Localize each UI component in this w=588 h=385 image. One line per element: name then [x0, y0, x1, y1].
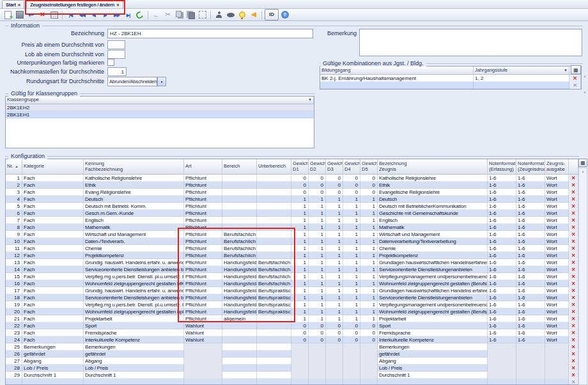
grid-cell[interactable]: gefährdet: [22, 350, 84, 358]
ellipse-icon[interactable]: [225, 10, 236, 20]
grid-cell[interactable]: [257, 350, 291, 358]
grid-cell[interactable]: 1-6: [488, 210, 516, 217]
grid-cell[interactable]: 28: [6, 365, 22, 372]
grid-cell[interactable]: Datenverarbeitung/Textverarbeitung: [378, 238, 488, 245]
grid-cell[interactable]: [257, 224, 291, 231]
grid-cell[interactable]: Wohnumfeld zielgruppengerecht gestalten …: [84, 308, 184, 315]
grid-cell[interactable]: 1: [326, 238, 343, 245]
grid-cell[interactable]: Wort: [545, 336, 569, 343]
grid-cell[interactable]: 29: [6, 372, 22, 379]
grid-cell[interactable]: [222, 210, 257, 217]
grid-cell[interactable]: Lob / Preis: [84, 365, 184, 372]
grid-cell[interactable]: [291, 365, 309, 372]
horn-icon[interactable]: [248, 10, 259, 20]
grid-cell[interactable]: 1: [309, 259, 326, 266]
grid-cell[interactable]: Fach: [22, 175, 84, 182]
grid-cell[interactable]: [6, 379, 22, 385]
grid-cell[interactable]: 1: [360, 259, 378, 266]
cut-icon[interactable]: ✂: [162, 10, 173, 20]
grid-cell[interactable]: 1: [343, 266, 360, 273]
grid-cell[interactable]: Pflichtunt: [184, 280, 222, 287]
grid-cell[interactable]: 0: [309, 182, 326, 189]
grid-cell[interactable]: [257, 365, 291, 372]
grid-cell[interactable]: Handlungsfeld: [222, 287, 257, 294]
grid-cell[interactable]: 1: [326, 217, 343, 224]
grid-cell[interactable]: 0: [360, 336, 378, 343]
column-header[interactable]: Kategorie: [22, 159, 84, 174]
column-header[interactable]: Notenformat (Zeugnisdruck): [516, 159, 545, 174]
lightbulb-icon[interactable]: [236, 10, 247, 20]
grid-cell[interactable]: Handlungsfeld: [222, 308, 257, 315]
grid-cell[interactable]: Fach: [22, 273, 84, 280]
save-icon[interactable]: [14, 10, 25, 20]
grid-cell[interactable]: Fach: [22, 315, 84, 322]
grid-cell[interactable]: Wort: [545, 231, 569, 238]
grid-cell[interactable]: 1: [309, 238, 326, 245]
grid-cell[interactable]: Wohnumfeld zielgruppengerecht gestalten …: [84, 280, 184, 287]
grid-cell[interactable]: Berufsfachlich: [257, 259, 291, 266]
grid-cell[interactable]: 0: [343, 329, 360, 336]
grid-cell[interactable]: Wohnumfeld zielgruppengerecht gestalten …: [378, 280, 488, 287]
delete-row-icon[interactable]: ✕: [569, 189, 578, 196]
grid-cell[interactable]: 1-6: [488, 322, 516, 329]
grid-cell[interactable]: [291, 343, 309, 350]
grid-cell[interactable]: 1: [309, 280, 326, 287]
grid-cell[interactable]: [222, 322, 257, 329]
grid-cell[interactable]: Grundlg. hauswirt. Handelns erfahr. u. a…: [84, 259, 184, 266]
grid-cell[interactable]: 0: [326, 329, 343, 336]
grid-cell[interactable]: 1-6: [516, 301, 545, 308]
grid-cell[interactable]: Chemie: [378, 245, 488, 252]
grid-cell[interactable]: [343, 358, 360, 365]
grid-cell[interactable]: 1: [326, 231, 343, 238]
grid-cell[interactable]: Fach: [22, 301, 84, 308]
grid-cell[interactable]: 1: [291, 196, 309, 203]
grid-cell[interactable]: Fach: [22, 203, 84, 210]
grid-cell[interactable]: 1-6: [488, 217, 516, 224]
grid-cell[interactable]: 1: [291, 259, 309, 266]
nav-next-fast-icon[interactable]: ▶▶: [111, 10, 122, 20]
grid-cell[interactable]: 9: [6, 231, 22, 238]
grid-cell[interactable]: 1: [326, 252, 343, 259]
grid-cell[interactable]: 27: [6, 358, 22, 365]
grid-cell[interactable]: Daten-/Textverarb.: [84, 238, 184, 245]
delete-row-icon[interactable]: ✕: [569, 217, 578, 224]
scroll-up-icon[interactable]: ▲: [583, 74, 587, 78]
grid-cell[interactable]: 1: [360, 252, 378, 259]
delete-row-icon[interactable]: ✕: [569, 252, 578, 259]
grid-cell[interactable]: Verpflegungsmanagement undpersonenbetreu…: [378, 301, 488, 308]
grid-cell[interactable]: [257, 189, 291, 196]
grid-cell[interactable]: 1-6: [488, 224, 516, 231]
column-header[interactable]: Nr.▲: [6, 159, 22, 174]
grid-cell[interactable]: [326, 372, 343, 379]
grid-cell[interactable]: [516, 365, 545, 372]
grid-cell[interactable]: [309, 343, 326, 350]
grid-cell[interactable]: [516, 372, 545, 379]
grid-cell[interactable]: Englisch: [378, 217, 488, 224]
grid-cell[interactable]: 0: [291, 336, 309, 343]
delete-row-icon[interactable]: ✕: [569, 343, 578, 350]
grid-cell[interactable]: 1-6: [488, 252, 516, 259]
help-icon[interactable]: ?: [279, 10, 290, 20]
grid-cell[interactable]: 1: [291, 231, 309, 238]
grid-cell[interactable]: Katholische Religionslehre: [378, 175, 488, 182]
grid-cell[interactable]: [343, 350, 360, 358]
grid-cell[interactable]: 2BK1EH1: [6, 111, 314, 118]
user-icon[interactable]: [213, 10, 224, 20]
grid-cell[interactable]: 0: [291, 175, 309, 182]
grid-cell[interactable]: Verpflegungsmanagement undpersonenbetreu…: [378, 273, 488, 280]
grid-cell[interactable]: Fach: [22, 210, 84, 217]
grid-cell[interactable]: Wahlunt: [184, 322, 222, 329]
grid-cell[interactable]: 2BK1EH2: [6, 104, 314, 111]
grid-cell[interactable]: 1-6: [516, 287, 545, 294]
close-icon[interactable]: ✕: [18, 3, 21, 7]
grid-cell[interactable]: Pflichtunt: [184, 224, 222, 231]
grid-cell[interactable]: [222, 196, 257, 203]
grid-cell[interactable]: 1-6: [516, 196, 545, 203]
grid-cell[interactable]: Fach: [22, 189, 84, 196]
grid-cell[interactable]: Pflichtunt: [184, 231, 222, 238]
column-header-jahrgangsstufe[interactable]: Jahrgangsstufe▼: [474, 67, 569, 74]
grid-cell[interactable]: Wort: [545, 294, 569, 301]
grid-cell[interactable]: [257, 196, 291, 203]
grid-cell[interactable]: 1-6: [516, 224, 545, 231]
grid-cell[interactable]: 2: [6, 182, 22, 189]
